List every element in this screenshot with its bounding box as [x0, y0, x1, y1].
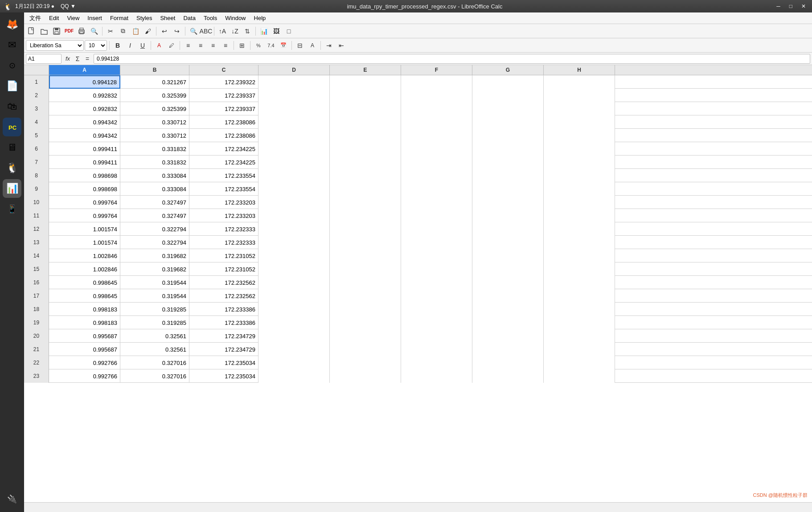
cell-g6[interactable] — [472, 142, 544, 156]
cell-f23[interactable] — [401, 369, 472, 383]
find-button[interactable]: 🔍 — [188, 25, 199, 37]
cell-g23[interactable] — [472, 369, 544, 383]
cell-f5[interactable] — [401, 129, 472, 142]
sidebar-icon-files[interactable]: 📄 — [3, 77, 21, 95]
cell-e18[interactable] — [330, 303, 401, 316]
new-button[interactable] — [26, 25, 37, 37]
cell-h21[interactable] — [544, 343, 615, 356]
cell-a7[interactable]: 0.999411 — [49, 156, 120, 169]
cell-h3[interactable] — [544, 102, 615, 115]
cell-a1[interactable]: 0.994128 — [49, 75, 120, 89]
cell-d12[interactable] — [258, 222, 330, 236]
cell-e5[interactable] — [330, 129, 401, 142]
cell-h20[interactable] — [544, 329, 615, 343]
cell-d9[interactable] — [258, 182, 330, 196]
sort-button[interactable]: ⇅ — [242, 25, 253, 37]
cell-h11[interactable] — [544, 209, 615, 222]
cell-g2[interactable] — [472, 89, 544, 102]
cell-c18[interactable]: 172.233386 — [189, 303, 258, 316]
cell-a19[interactable]: 0.998183 — [49, 316, 120, 329]
cell-a23[interactable]: 0.992766 — [49, 369, 120, 383]
cell-h8[interactable] — [544, 169, 615, 182]
format-number-button[interactable]: % — [253, 40, 264, 51]
cell-d15[interactable] — [258, 262, 330, 276]
cell-e19[interactable] — [330, 316, 401, 329]
cell-e3[interactable] — [330, 102, 401, 115]
cell-e22[interactable] — [330, 356, 401, 369]
export-pdf-button[interactable]: PDF — [63, 25, 75, 37]
cell-b14[interactable]: 0.319682 — [120, 249, 189, 262]
cell-a5[interactable]: 0.994342 — [49, 129, 120, 142]
cell-c4[interactable]: 172.238086 — [189, 115, 258, 129]
highlight-button[interactable]: 🖊 — [166, 40, 177, 51]
cell-c16[interactable]: 172.232562 — [189, 276, 258, 289]
cell-c11[interactable]: 172.233203 — [189, 209, 258, 222]
cell-f7[interactable] — [401, 156, 472, 169]
cell-c23[interactable]: 172.235034 — [189, 369, 258, 383]
cell-d3[interactable] — [258, 102, 330, 115]
paste-button[interactable]: 📋 — [130, 25, 141, 37]
cell-c19[interactable]: 172.233386 — [189, 316, 258, 329]
menu-edit[interactable]: Edit — [45, 14, 62, 22]
decrease-indent-button[interactable]: ⇤ — [336, 40, 347, 51]
cell-e7[interactable] — [330, 156, 401, 169]
cell-d8[interactable] — [258, 169, 330, 182]
fx-icon[interactable]: fx — [63, 53, 72, 65]
menu-styles[interactable]: Styles — [133, 14, 156, 22]
cell-f11[interactable] — [401, 209, 472, 222]
cell-d13[interactable] — [258, 236, 330, 249]
equals-icon[interactable]: = — [83, 53, 92, 65]
menu-data[interactable]: Data — [180, 14, 199, 22]
cell-f3[interactable] — [401, 102, 472, 115]
cell-d2[interactable] — [258, 89, 330, 102]
cell-c12[interactable]: 172.232333 — [189, 222, 258, 236]
cell-e20[interactable] — [330, 329, 401, 343]
underline-button[interactable]: U — [137, 40, 148, 51]
sidebar-icon-email[interactable]: ✉ — [3, 36, 21, 54]
cell-f21[interactable] — [401, 343, 472, 356]
cell-b11[interactable]: 0.327497 — [120, 209, 189, 222]
cell-d4[interactable] — [258, 115, 330, 129]
insert-image-button[interactable]: 🖼 — [271, 25, 282, 37]
cell-d22[interactable] — [258, 356, 330, 369]
font-size-select[interactable]: 10 — [85, 40, 107, 51]
cell-e11[interactable] — [330, 209, 401, 222]
cell-f1[interactable] — [401, 75, 472, 89]
cell-g22[interactable] — [472, 356, 544, 369]
col-header-g[interactable]: G — [472, 65, 544, 75]
cell-h9[interactable] — [544, 182, 615, 196]
cell-a16[interactable]: 0.998645 — [49, 276, 120, 289]
sidebar-icon-device[interactable]: 📱 — [3, 200, 21, 218]
cell-c3[interactable]: 172.239337 — [189, 102, 258, 115]
cell-b20[interactable]: 0.32561 — [120, 329, 189, 343]
align-right-button[interactable]: ≡ — [207, 40, 219, 51]
cell-d7[interactable] — [258, 156, 330, 169]
cell-c14[interactable]: 172.231052 — [189, 249, 258, 262]
cell-reference-input[interactable] — [26, 54, 62, 64]
cell-b19[interactable]: 0.319285 — [120, 316, 189, 329]
cell-c2[interactable]: 172.239337 — [189, 89, 258, 102]
sort-desc-button[interactable]: ↓Z — [229, 25, 241, 37]
cell-b4[interactable]: 0.330712 — [120, 115, 189, 129]
cell-h5[interactable] — [544, 129, 615, 142]
cell-b12[interactable]: 0.322794 — [120, 222, 189, 236]
cell-a17[interactable]: 0.998645 — [49, 289, 120, 303]
cell-g8[interactable] — [472, 169, 544, 182]
col-header-h[interactable]: H — [544, 65, 615, 75]
cell-d10[interactable] — [258, 196, 330, 209]
cell-f18[interactable] — [401, 303, 472, 316]
merge-cells-button[interactable]: ⊞ — [236, 40, 248, 51]
cell-h15[interactable] — [544, 262, 615, 276]
cell-a3[interactable]: 0.992832 — [49, 102, 120, 115]
cell-g3[interactable] — [472, 102, 544, 115]
cell-d23[interactable] — [258, 369, 330, 383]
cell-f4[interactable] — [401, 115, 472, 129]
cell-g7[interactable] — [472, 156, 544, 169]
justify-button[interactable]: ≡ — [220, 40, 231, 51]
cell-c10[interactable]: 172.233203 — [189, 196, 258, 209]
cell-f22[interactable] — [401, 356, 472, 369]
cell-d17[interactable] — [258, 289, 330, 303]
cell-h13[interactable] — [544, 236, 615, 249]
cell-b15[interactable]: 0.319682 — [120, 262, 189, 276]
cell-e8[interactable] — [330, 169, 401, 182]
